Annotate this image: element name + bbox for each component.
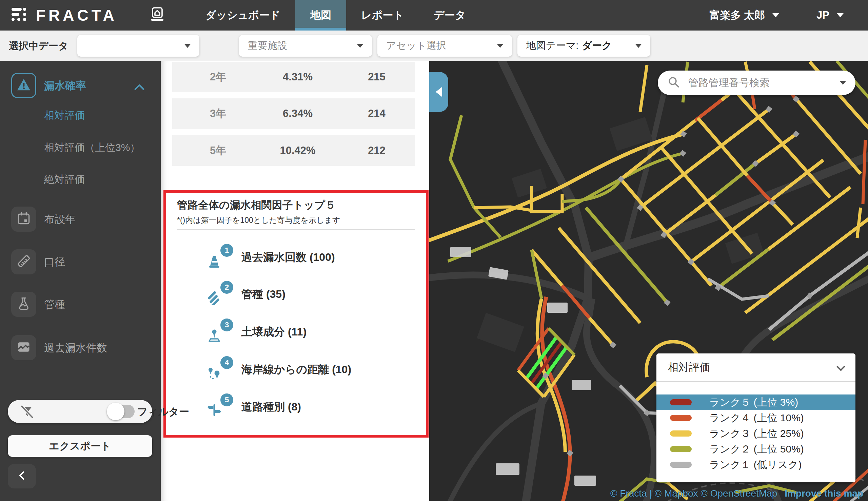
left-sidebar: 漏水確率 相対評価 相対評価（上位3%） 絶対評価 布設年 (0, 61, 161, 501)
sidebar-item-relative-eval-top3[interactable]: 相対評価（上位3%） (44, 141, 140, 155)
main-tabs: ダッシュボード 地図 レポート データ (191, 0, 481, 31)
tab-data[interactable]: データ (419, 0, 480, 31)
leak-probability-item[interactable] (11, 73, 36, 98)
filter-switch[interactable] (109, 405, 134, 418)
rank5-swatch (670, 399, 692, 405)
factor-row: 4 海岸線からの距離 (10) (166, 358, 426, 381)
selected-data-label: 選択中データ (9, 31, 68, 61)
table-row: 5年 10.42% 212 (172, 135, 415, 166)
cone-icon (206, 252, 223, 268)
detail-panel: 2年 4.31% 215 3年 6.34% 214 5年 10.42% 212 … (161, 61, 429, 501)
filter-label: フィルター (137, 400, 189, 424)
flask-icon (16, 296, 31, 312)
rank3-swatch (670, 430, 692, 437)
tab-map[interactable]: 地図 (295, 0, 346, 31)
map-theme-dropdown[interactable]: 地図テーマ:ダーク (518, 35, 650, 57)
pipe-search (658, 71, 856, 95)
navbar-right: 富楽多 太郎 JP (709, 0, 844, 31)
past-leak-count-item[interactable] (11, 335, 36, 360)
rank2-swatch (670, 446, 692, 452)
legend-item-rank1[interactable]: ランク１ (低リスク) (657, 457, 856, 472)
past-leak-count-label[interactable]: 過去漏水件数 (44, 341, 107, 355)
divider (177, 229, 415, 230)
filter-toggle-button[interactable]: フィルター (8, 400, 152, 423)
diameter-label[interactable]: 口径 (44, 255, 65, 269)
chevron-left-icon (17, 470, 27, 482)
map-collapse-icon (436, 87, 442, 97)
sidebar-item-relative-eval[interactable]: 相対評価 (44, 108, 85, 122)
caret-down-icon (772, 13, 779, 17)
tab-report[interactable]: レポート (346, 0, 419, 31)
install-year-item[interactable] (11, 206, 36, 232)
top-factors-annotated-box: 管路全体の漏水相関因子トップ５ *()内は第一因子を100とした寄与度を示します… (163, 190, 428, 438)
legend-item-rank3[interactable]: ランク３ (上位 25%) (657, 426, 856, 441)
pipe-search-input[interactable] (688, 77, 832, 88)
factors-note: *()内は第一因子を100とした寄与度を示します (177, 215, 340, 226)
caret-down-icon (357, 44, 363, 48)
locale-menu[interactable]: JP (816, 9, 844, 21)
legend-header[interactable]: 相対評価 (657, 353, 856, 382)
user-name: 富楽多 太郎 (709, 8, 765, 22)
brand: FRACTA (11, 0, 117, 31)
history-chart-icon (16, 340, 31, 356)
diameter-item[interactable] (11, 249, 36, 274)
fracta-app: FRACTA ダッシュボード 地図 レポート データ 富楽多 太郎 J (0, 0, 868, 501)
legend-item-rank5[interactable]: ランク５ (上位 3%) (657, 394, 856, 410)
map-pins-icon (206, 364, 223, 381)
factors-title: 管路全体の漏水相関因子トップ５ (177, 198, 336, 212)
caret-down-icon[interactable] (840, 81, 846, 85)
legend-item-rank4[interactable]: ランク４ (上位 10%) (657, 410, 856, 426)
search-icon (667, 76, 680, 90)
filter-off-icon (19, 404, 35, 421)
asset-select-dropdown[interactable]: アセット選択 (377, 35, 512, 57)
caret-down-icon (837, 13, 844, 17)
chevron-up-icon[interactable] (134, 84, 144, 94)
home-button[interactable] (149, 0, 166, 31)
brand-name: FRACTA (36, 6, 117, 24)
tab-dashboard[interactable]: ダッシュボード (191, 0, 295, 31)
install-year-label[interactable]: 布設年 (44, 212, 76, 227)
sidebar-collapse-button[interactable] (8, 464, 36, 489)
table-row: 2年 4.31% 215 (172, 62, 415, 92)
home-icon (149, 6, 166, 25)
calendar-icon (16, 211, 31, 227)
factor-row: 2 管種 (35) (166, 282, 426, 306)
map-legend: 相対評価 ランク５ (上位 3%) ランク４ (上位 10%) ランク３ (上位… (657, 353, 856, 482)
locale-label: JP (816, 9, 829, 21)
top-navbar: FRACTA ダッシュボード 地図 レポート データ 富楽多 太郎 J (0, 0, 868, 31)
panel-collapse-tab[interactable] (429, 72, 448, 112)
warning-icon (16, 77, 32, 94)
export-button[interactable]: エクスポート (8, 435, 152, 457)
caret-down-icon (636, 44, 641, 48)
fracta-logo-icon (11, 7, 27, 24)
stripes-icon (206, 289, 223, 305)
factor-row: 1 過去漏水回数 (100) (166, 245, 426, 269)
improve-map-link[interactable]: Improve this map (784, 488, 863, 499)
filter-toolbar: 選択中データ 重要施設 アセット選択 地図テーマ:ダーク (0, 31, 868, 61)
leak-probability-label[interactable]: 漏水確率 (44, 79, 86, 93)
legend-title: 相対評価 (668, 360, 710, 374)
rank1-swatch (670, 462, 692, 468)
factor-row: 3 土壌成分 (11) (166, 320, 426, 344)
ruler-icon (16, 254, 31, 270)
sidebar-item-absolute-eval[interactable]: 絶対評価 (44, 173, 85, 186)
rank4-swatch (670, 415, 692, 421)
toggle-knob (107, 403, 124, 420)
user-menu[interactable]: 富楽多 太郎 (709, 8, 779, 22)
pipe-material-label[interactable]: 管種 (44, 298, 65, 312)
legend-item-rank2[interactable]: ランク２ (上位 50%) (657, 441, 856, 457)
caret-down-icon (497, 44, 503, 48)
chevron-down-icon (836, 362, 845, 371)
pipe-material-item[interactable] (11, 292, 36, 317)
map-canvas[interactable]: 相対評価 ランク５ (上位 3%) ランク４ (上位 10%) ランク３ (上位… (429, 61, 868, 501)
caret-down-icon (184, 44, 191, 48)
map-attribution: © Fracta | © Mapbox © OpenStreetMap Impr… (610, 488, 863, 499)
soil-icon (206, 327, 223, 343)
factor-row: 5 道路種別 (8) (166, 395, 426, 418)
important-facility-dropdown[interactable]: 重要施設 (239, 35, 372, 57)
map-label-plates (450, 247, 596, 486)
table-row: 3年 6.34% 214 (172, 98, 415, 129)
data-select-dropdown[interactable] (77, 35, 199, 57)
road-sign-icon (206, 402, 223, 418)
